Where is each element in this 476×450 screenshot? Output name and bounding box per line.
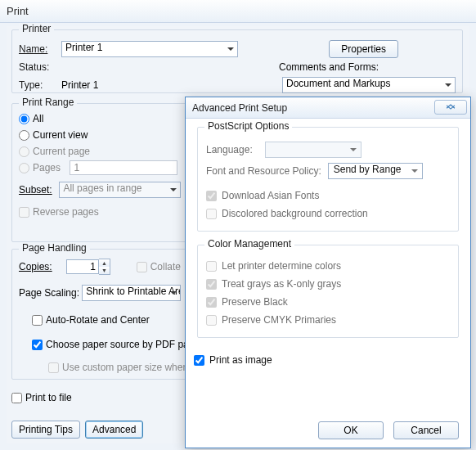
konly-input	[206, 279, 217, 290]
printer-name-select[interactable]: Printer 1	[61, 41, 238, 57]
scaling-label: Page Scaling:	[19, 287, 82, 299]
download-asian-label: Download Asian Fonts	[222, 190, 319, 201]
advanced-buttons: OK Cancel	[318, 421, 459, 439]
reverse-checkbox: Reverse pages	[19, 204, 181, 220]
discolored-checkbox: Discolored background correction	[206, 205, 450, 223]
radio-all-input[interactable]	[19, 114, 29, 124]
reverse-label: Reverse pages	[33, 206, 99, 218]
radio-current-view-label: Current view	[33, 129, 88, 141]
print-to-file-label: Print to file	[25, 392, 72, 403]
autorotate-checkbox[interactable]: Auto-Rotate and Center	[32, 312, 181, 328]
subset-value: All pages in range	[63, 182, 141, 194]
page-handling-legend: Page Handling	[19, 242, 90, 254]
preserve-cmyk-label: Preserve CMYK Primaries	[222, 314, 336, 326]
radio-current-view[interactable]: Current view	[19, 127, 181, 143]
status-label: Status:	[19, 61, 61, 73]
radio-current-page-label: Current page	[33, 146, 90, 157]
properties-button[interactable]: Properties	[329, 40, 398, 58]
preserve-cmyk-checkbox: Preserve CMYK Primaries	[206, 311, 450, 329]
radio-pages-input	[19, 163, 29, 173]
spinner-up-icon[interactable]: ▲	[99, 259, 110, 267]
autorotate-label: Auto-Rotate and Center	[46, 314, 150, 326]
preserve-black-label: Preserve Black	[222, 296, 288, 308]
scaling-select[interactable]: Shrink to Printable Area	[82, 285, 181, 301]
discolored-input	[206, 209, 217, 219]
page-handling-group: Page Handling Copies: ▲▼ Collate Page Sc…	[11, 249, 188, 380]
copies-label: Copies:	[19, 261, 66, 272]
collate-checkbox-input	[137, 262, 147, 272]
close-button[interactable]	[434, 100, 467, 115]
collate-checkbox: Collate	[137, 259, 181, 275]
subset-label: Subset:	[19, 184, 59, 196]
print-as-image-label: Print as image	[209, 354, 272, 366]
printing-tips-button[interactable]: Printing Tips	[11, 421, 80, 439]
radio-current-view-input[interactable]	[19, 130, 29, 141]
spinner-down-icon[interactable]: ▼	[99, 267, 110, 274]
name-label: Name:	[19, 43, 61, 55]
radio-pages-label: Pages	[33, 162, 61, 173]
radio-pages: Pages	[19, 160, 181, 176]
bottom-buttons: Printing Tips Advanced	[11, 421, 143, 439]
pages-input	[70, 160, 177, 175]
preserve-black-input	[206, 297, 217, 308]
print-range-group: Print Range All Current view Current pag…	[11, 103, 188, 242]
choose-paper-checkbox-input[interactable]	[32, 340, 43, 350]
print-range-legend: Print Range	[19, 97, 77, 108]
language-label: Language:	[206, 144, 258, 155]
preserve-black-checkbox: Preserve Black	[206, 293, 450, 311]
print-as-image-checkbox[interactable]: Print as image	[194, 351, 459, 369]
discolored-label: Discolored background correction	[222, 208, 368, 219]
advanced-body: PostScript Options Language: Font and Re…	[186, 119, 470, 377]
postscript-legend: PostScript Options	[204, 120, 292, 132]
reverse-checkbox-input	[19, 207, 29, 218]
close-icon	[445, 103, 456, 111]
let-printer-label: Let printer determine colors	[222, 260, 341, 272]
print-to-file-checkbox[interactable]: Print to file	[11, 389, 72, 406]
postscript-group: PostScript Options Language: Font and Re…	[197, 127, 459, 232]
advanced-title-text: Advanced Print Setup	[192, 102, 287, 114]
download-asian-checkbox: Download Asian Fonts	[206, 187, 450, 205]
color-mgmt-legend: Color Management	[204, 238, 294, 250]
let-printer-checkbox: Let printer determine colors	[206, 257, 450, 275]
print-to-file-input[interactable]	[11, 393, 22, 403]
printer-name-value: Printer 1	[65, 42, 102, 53]
radio-current-page-input	[19, 146, 29, 157]
autorotate-checkbox-input[interactable]	[32, 315, 43, 326]
policy-select[interactable]: Send by Range	[328, 163, 423, 179]
spinner-arrows[interactable]: ▲▼	[99, 259, 110, 275]
download-asian-input	[206, 191, 217, 201]
subset-select[interactable]: All pages in range	[59, 182, 181, 198]
print-as-image-input[interactable]	[194, 355, 204, 366]
custom-paper-checkbox: Use custom paper size when needed	[48, 359, 181, 376]
custom-paper-checkbox-input	[48, 362, 59, 373]
radio-all[interactable]: All	[19, 110, 181, 127]
choose-paper-checkbox[interactable]: Choose paper source by PDF page size	[32, 336, 181, 353]
type-value: Printer 1	[61, 79, 98, 91]
dialog-title: Print	[0, 0, 476, 23]
cancel-button[interactable]: Cancel	[393, 421, 459, 439]
printer-legend: Printer	[19, 23, 54, 34]
preserve-cmyk-input	[206, 315, 217, 326]
ok-button[interactable]: OK	[318, 421, 384, 439]
konly-label: Treat grays as K-only grays	[222, 278, 341, 290]
comments-forms-label: Comments and Forms:	[279, 61, 456, 73]
comments-forms-value: Document and Markups	[286, 78, 390, 89]
printer-group: Printer Name: Printer 1 Properties Statu…	[11, 29, 463, 93]
policy-label: Font and Resource Policy:	[206, 165, 321, 177]
advanced-button[interactable]: Advanced	[85, 421, 143, 439]
type-label: Type:	[19, 79, 61, 91]
konly-checkbox: Treat grays as K-only grays	[206, 275, 450, 293]
comments-forms-select[interactable]: Document and Markups	[282, 77, 456, 93]
copies-spinner[interactable]: ▲▼	[66, 259, 110, 275]
radio-all-label: All	[33, 113, 43, 124]
radio-current-page: Current page	[19, 143, 181, 160]
color-mgmt-group: Color Management Let printer determine c…	[197, 245, 459, 338]
collate-label: Collate	[150, 261, 181, 272]
policy-value: Send by Range	[334, 164, 402, 175]
advanced-title: Advanced Print Setup	[186, 97, 470, 119]
language-select	[265, 142, 361, 158]
scaling-value: Shrink to Printable Area	[86, 286, 181, 297]
let-printer-input	[206, 261, 217, 272]
copies-input[interactable]	[66, 259, 99, 274]
advanced-dialog: Advanced Print Setup PostScript Options …	[185, 97, 471, 448]
